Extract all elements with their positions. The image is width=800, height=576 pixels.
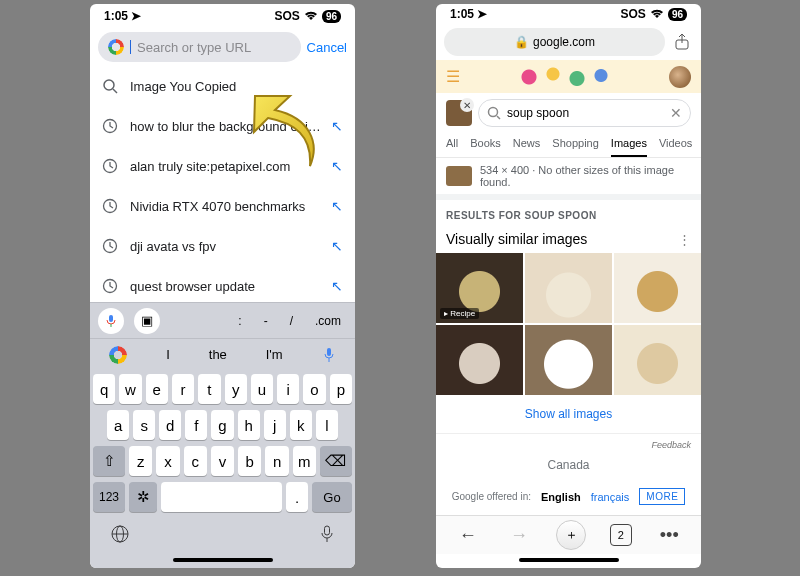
show-all-images-link[interactable]: Show all images (436, 395, 701, 433)
insert-arrow-icon[interactable]: ↖ (331, 118, 343, 134)
key-e[interactable]: e (146, 374, 168, 404)
location-arrow-icon: ➤ (131, 9, 141, 23)
key-a[interactable]: a (107, 410, 129, 440)
lang-francais[interactable]: français (591, 491, 630, 503)
kbtoken-dotcom[interactable]: .com (309, 314, 347, 328)
forward-button[interactable]: → (505, 525, 533, 546)
kbtoken-colon[interactable]: : (232, 314, 247, 328)
search-box[interactable]: ✕ (478, 99, 691, 127)
overflow-menu-icon[interactable]: ⋮ (678, 232, 691, 247)
google-doodle[interactable] (505, 62, 625, 92)
wifi-icon (304, 11, 318, 21)
key-i[interactable]: i (277, 374, 299, 404)
key-k[interactable]: k (290, 410, 312, 440)
kb-suggestion-1[interactable]: the (209, 347, 227, 362)
suggestion-item[interactable]: Image You Copied (90, 66, 355, 106)
gboard-logo-icon[interactable] (109, 346, 127, 364)
lang-english[interactable]: English (541, 491, 581, 503)
kb-suggestion-2[interactable]: I'm (266, 347, 283, 362)
key-w[interactable]: w (119, 374, 141, 404)
key-y[interactable]: y (225, 374, 247, 404)
tab-switcher-button[interactable]: 2 (610, 524, 632, 546)
key-p[interactable]: p (330, 374, 352, 404)
tab-all[interactable]: All (446, 137, 458, 157)
cancel-button[interactable]: Cancel (307, 40, 347, 55)
lens-image-chip[interactable]: ✕ (446, 100, 472, 126)
kbtoken-slash[interactable]: / (284, 314, 299, 328)
image-result[interactable] (525, 253, 612, 323)
key-settings[interactable]: ✲ (129, 482, 157, 512)
key-s[interactable]: s (133, 410, 155, 440)
image-result[interactable] (525, 325, 612, 395)
insert-arrow-icon[interactable]: ↖ (331, 238, 343, 254)
keyboard-mic-icon[interactable] (322, 347, 336, 363)
kb-suggestion-0[interactable]: I (166, 347, 170, 362)
tab-images[interactable]: Images (611, 137, 647, 157)
key-u[interactable]: u (251, 374, 273, 404)
share-button[interactable] (671, 31, 693, 53)
key-space[interactable] (161, 482, 282, 512)
key-123[interactable]: 123 (93, 482, 125, 512)
source-image-thumb[interactable] (446, 166, 472, 186)
clear-input-icon[interactable]: ✕ (670, 105, 682, 121)
key-d[interactable]: d (159, 410, 181, 440)
suggestion-item[interactable]: dji avata vs fpv↖ (90, 226, 355, 266)
key-j[interactable]: j (264, 410, 286, 440)
lock-icon: 🔒 (514, 35, 529, 49)
key-z[interactable]: z (129, 446, 152, 476)
key-v[interactable]: v (211, 446, 234, 476)
key-go[interactable]: Go (312, 482, 352, 512)
key-g[interactable]: g (211, 410, 233, 440)
key-n[interactable]: n (265, 446, 288, 476)
search-input[interactable] (507, 106, 664, 120)
key-o[interactable]: o (303, 374, 325, 404)
lang-more-button[interactable]: MORE (639, 488, 685, 505)
key-b[interactable]: b (238, 446, 261, 476)
tab-videos[interactable]: Videos (659, 137, 692, 157)
voice-search-chip[interactable] (98, 308, 124, 334)
key-m[interactable]: m (293, 446, 316, 476)
image-result[interactable] (436, 325, 523, 395)
key-backspace[interactable]: ⌫ (320, 446, 352, 476)
menu-button[interactable]: ••• (655, 525, 683, 546)
suggestion-text: dji avata vs fpv (130, 239, 321, 254)
insert-arrow-icon[interactable]: ↖ (331, 278, 343, 294)
image-result[interactable] (614, 325, 701, 395)
tab-news[interactable]: News (513, 137, 541, 157)
kbtoken-dash[interactable]: - (258, 314, 274, 328)
suggestion-item[interactable]: alan truly site:petapixel.com↖ (90, 146, 355, 186)
home-indicator[interactable] (519, 558, 619, 562)
key-q[interactable]: q (93, 374, 115, 404)
dictation-mic-icon[interactable] (319, 524, 335, 544)
key-c[interactable]: c (184, 446, 207, 476)
account-avatar[interactable] (669, 66, 691, 88)
lens-chip-close-icon[interactable]: ✕ (460, 98, 474, 112)
key-l[interactable]: l (316, 410, 338, 440)
key-x[interactable]: x (156, 446, 179, 476)
feedback-link[interactable]: Feedback (436, 433, 701, 454)
back-button[interactable]: ← (454, 525, 482, 546)
insert-arrow-icon[interactable]: ↖ (331, 158, 343, 174)
new-tab-button[interactable]: ＋ (556, 520, 586, 550)
key-period[interactable]: . (286, 482, 308, 512)
key-f[interactable]: f (185, 410, 207, 440)
globe-icon[interactable] (110, 524, 130, 544)
tab-shopping[interactable]: Shopping (552, 137, 599, 157)
suggestion-item[interactable]: Nividia RTX 4070 benchmarks↖ (90, 186, 355, 226)
image-result[interactable] (436, 253, 523, 323)
hamburger-menu-icon[interactable]: ☰ (446, 67, 460, 86)
suggestion-item[interactable]: quest browser update↖ (90, 266, 355, 302)
insert-arrow-icon[interactable]: ↖ (331, 198, 343, 214)
key-r[interactable]: r (172, 374, 194, 404)
suggestion-item[interactable]: how to blur the background of iphone↖ (90, 106, 355, 146)
qr-scan-chip[interactable]: ▣ (134, 308, 160, 334)
key-t[interactable]: t (198, 374, 220, 404)
image-result[interactable] (614, 253, 701, 323)
omnibox[interactable]: Search or type URL (98, 32, 301, 62)
tab-books[interactable]: Books (470, 137, 501, 157)
address-bar[interactable]: 🔒 google.com (444, 28, 665, 56)
home-indicator[interactable] (173, 558, 273, 562)
keyboard-bottom-bar (90, 514, 355, 554)
key-h[interactable]: h (238, 410, 260, 440)
key-shift[interactable]: ⇧ (93, 446, 125, 476)
